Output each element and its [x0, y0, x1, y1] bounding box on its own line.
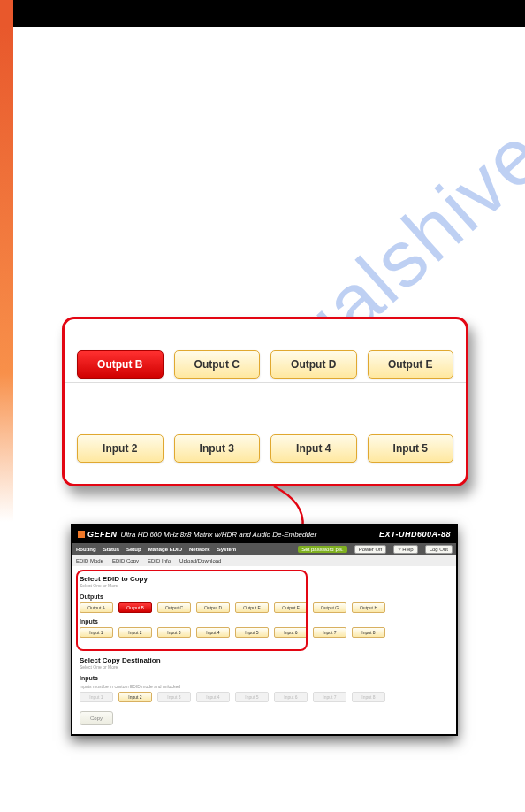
dest-subtitle: Select One or More [80, 664, 449, 670]
input-4-button[interactable]: Input 4 [270, 434, 357, 463]
sub-tabbar: EDID Mode EDID Copy EDID Info Upload/Dow… [72, 555, 456, 566]
zoom-inputs-row: Input 2 Input 3 Input 4 Input 5 [65, 401, 466, 480]
dest-input-3[interactable]: Input 3 [157, 692, 191, 702]
outputs-row: Output A Output B Output C Output D Outp… [80, 602, 449, 613]
main-tabbar: Routing Status Setup Manage EDID Network… [72, 543, 456, 555]
model-text: EXT-UHD600A-88 [379, 530, 451, 539]
tab-system[interactable]: System [217, 547, 236, 552]
dest-inputs-label: Inputs [80, 675, 449, 681]
select-edid-subtitle: Select One or More [80, 583, 449, 588]
select-edid-title: Select EDID to Copy [80, 575, 449, 583]
src-input-7[interactable]: Input 7 [313, 627, 346, 638]
panel-content: Select EDID to Copy Select One or More O… [72, 566, 456, 734]
product-title: Ultra HD 600 MHz 8x8 Matrix w/HDR and Au… [121, 531, 379, 539]
tab-setup[interactable]: Setup [126, 547, 141, 552]
input-5-button[interactable]: Input 5 [368, 434, 454, 463]
tab-manage-edid[interactable]: Manage EDID [148, 547, 182, 552]
subtab-edid-info[interactable]: EDID Info [148, 558, 171, 563]
gefen-logo-icon [78, 531, 85, 538]
src-output-d[interactable]: Output D [196, 602, 230, 613]
btn-label: Input 4 [296, 442, 331, 455]
src-input-2[interactable]: Input 2 [118, 627, 152, 638]
zoom-outputs-row: Output B Output C Output D Output E [65, 319, 466, 383]
src-input-5[interactable]: Input 5 [235, 627, 269, 638]
help-button[interactable]: ? Help [393, 545, 417, 554]
src-output-g[interactable]: Output G [313, 602, 346, 613]
output-b-button[interactable]: Output B [77, 350, 164, 379]
src-input-3[interactable]: Input 3 [157, 627, 191, 638]
tab-status[interactable]: Status [103, 547, 119, 552]
subtab-edid-copy[interactable]: EDID Copy [112, 558, 139, 563]
src-input-8[interactable]: Input 8 [352, 627, 385, 638]
logout-button[interactable]: Log Out [425, 545, 453, 554]
btn-label: Output D [291, 358, 336, 371]
zoom-callout: Output B Output C Output D Output E Inpu… [62, 317, 468, 486]
dest-input-4[interactable]: Input 4 [196, 692, 230, 702]
webui-panel: GEFEN Ultra HD 600 MHz 8x8 Matrix w/HDR … [71, 524, 458, 736]
input-3-button[interactable]: Input 3 [174, 434, 261, 463]
power-off-button[interactable]: Power Off [354, 545, 387, 554]
tab-routing[interactable]: Routing [76, 547, 96, 552]
btn-label: Input 5 [393, 442, 428, 455]
btn-label: Input 3 [200, 442, 234, 455]
section-divider [80, 647, 449, 647]
src-inputs-label: Inputs [80, 618, 449, 624]
src-output-e[interactable]: Output E [235, 602, 269, 613]
dest-input-8[interactable]: Input 8 [352, 692, 385, 702]
src-input-6[interactable]: Input 6 [274, 627, 308, 638]
output-d-button[interactable]: Output D [270, 350, 357, 379]
dest-input-1[interactable]: Input 1 [80, 692, 113, 702]
zoom-divider [65, 383, 466, 401]
top-orange-accent [0, 0, 13, 27]
src-output-f[interactable]: Output F [274, 602, 308, 613]
outputs-label: Outputs [80, 594, 449, 600]
btn-label: Output B [97, 358, 142, 371]
subtab-edid-mode[interactable]: EDID Mode [76, 558, 103, 563]
dest-title: Select Copy Destination [80, 656, 449, 664]
src-output-c[interactable]: Output C [157, 602, 191, 613]
dest-inputs-row: Input 1 Input 2 Input 3 Input 4 Input 5 … [80, 692, 449, 702]
tab-network[interactable]: Network [189, 547, 210, 552]
subtab-upload-download[interactable]: Upload/Download [179, 558, 221, 563]
btn-label: Output C [194, 358, 240, 371]
src-inputs-row: Input 1 Input 2 Input 3 Input 4 Input 5 … [80, 627, 449, 638]
password-warning-pill[interactable]: Set password pls. [298, 546, 346, 553]
copy-button[interactable]: Copy [80, 711, 113, 725]
src-input-4[interactable]: Input 4 [196, 627, 230, 638]
input-2-button[interactable]: Input 2 [77, 434, 164, 463]
dest-input-7[interactable]: Input 7 [313, 692, 346, 702]
btn-label: Output E [388, 358, 433, 371]
side-gradient [0, 27, 13, 522]
top-bar [0, 0, 525, 27]
output-c-button[interactable]: Output C [174, 350, 261, 379]
dest-input-6[interactable]: Input 6 [274, 692, 308, 702]
btn-label: Input 2 [103, 442, 137, 455]
src-output-b[interactable]: Output B [118, 602, 152, 613]
dest-input-2[interactable]: Input 2 [118, 692, 152, 702]
panel-header: GEFEN Ultra HD 600 MHz 8x8 Matrix w/HDR … [72, 525, 456, 543]
dest-inputs-sub: Inputs must be in custom EDID mode and u… [80, 684, 449, 689]
src-output-h[interactable]: Output H [352, 602, 385, 613]
dest-input-5[interactable]: Input 5 [235, 692, 269, 702]
src-input-1[interactable]: Input 1 [80, 627, 113, 638]
src-output-a[interactable]: Output A [80, 602, 113, 613]
output-e-button[interactable]: Output E [368, 350, 454, 379]
brand-text: GEFEN [88, 530, 118, 539]
